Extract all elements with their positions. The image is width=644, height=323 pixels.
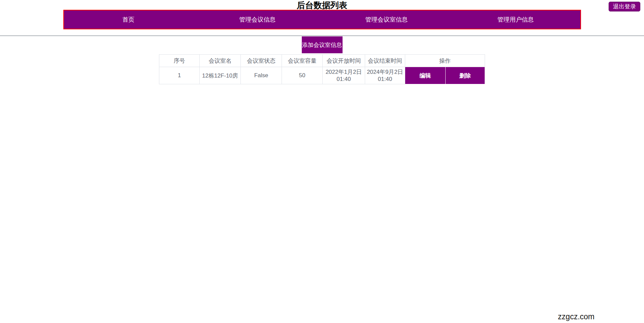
cell-open-time: 2022年1月2日 01:40	[323, 67, 365, 84]
cell-edit: 编辑	[405, 67, 446, 84]
table-header-row: 序号 会议室名 会议室状态 会议室容量 会议开放时间 会议结束时间 操作	[159, 55, 485, 67]
header-room-name: 会议室名	[200, 55, 241, 67]
cell-delete: 删除	[446, 67, 485, 84]
edit-button[interactable]: 编辑	[405, 67, 445, 84]
add-room-button[interactable]: 添加会议室信息	[302, 36, 343, 53]
nav-item-manage-rooms[interactable]: 管理会议室信息	[322, 10, 451, 29]
cell-room-capacity: 50	[282, 67, 323, 84]
logout-button[interactable]: 退出登录	[609, 2, 640, 11]
header-index: 序号	[159, 55, 200, 67]
cell-room-status: False	[241, 67, 282, 84]
header-actions: 操作	[405, 55, 485, 67]
header-end-time: 会议结束时间	[365, 55, 405, 67]
page-title: 后台数据列表	[0, 0, 644, 10]
nav-item-home[interactable]: 首页	[64, 10, 193, 29]
rooms-table: 序号 会议室名 会议室状态 会议室容量 会议开放时间 会议结束时间 操作 1 1…	[159, 54, 485, 84]
cell-room-name: 12栋12F-10房	[200, 67, 241, 84]
cell-index: 1	[159, 67, 200, 84]
end-time-date: 2024年9月2日	[366, 68, 404, 76]
main-nav: 首页 管理会议信息 管理会议室信息 管理用户信息	[63, 10, 581, 29]
header-open-time: 会议开放时间	[323, 55, 365, 67]
table-row: 1 12栋12F-10房 False 50 2022年1月2日 01:40 20…	[159, 67, 485, 84]
nav-item-manage-meetings[interactable]: 管理会议信息	[193, 10, 322, 29]
end-time-clock: 01:40	[366, 76, 404, 83]
divider	[0, 35, 644, 36]
delete-button[interactable]: 删除	[446, 67, 485, 84]
nav-item-manage-users[interactable]: 管理用户信息	[451, 10, 580, 29]
open-time-date: 2022年1月2日	[324, 68, 363, 76]
open-time-clock: 01:40	[324, 76, 363, 83]
header-room-status: 会议室状态	[241, 55, 282, 67]
watermark: zzgcz.com	[558, 312, 594, 321]
cell-end-time: 2024年9月2日 01:40	[365, 67, 405, 84]
toolbar: 添加会议室信息	[0, 36, 644, 53]
header-room-capacity: 会议室容量	[282, 55, 323, 67]
